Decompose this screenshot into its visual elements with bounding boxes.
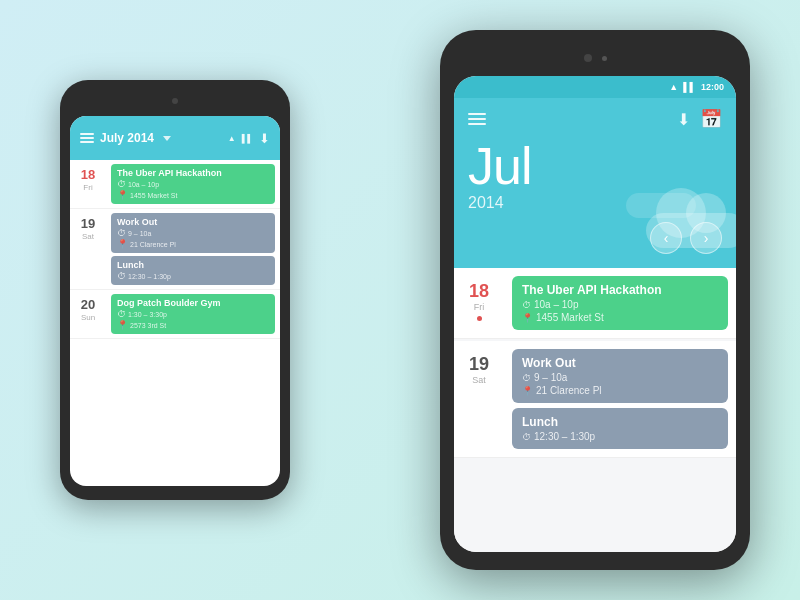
list-item[interactable]: Work Out ⏱ 9 – 10a 📍 21 Clarence Pl (111, 213, 275, 253)
day-number: 19 (469, 355, 489, 373)
day-label-18: 18 Fri (70, 160, 106, 208)
day-name: Fri (474, 302, 485, 312)
day-number: 18 (74, 168, 102, 181)
events-col: The Uber API Hackathon ⏱ 10a – 10p 📍 145… (106, 160, 280, 208)
clock-icon: ⏱ (117, 179, 126, 189)
list-item[interactable]: The Uber API Hackathon ⏱ 10a – 10p 📍 145… (111, 164, 275, 204)
event-title: Dog Patch Boulder Gym (117, 298, 269, 308)
hamburger-icon[interactable] (468, 113, 486, 125)
small-calendar-content: 18 Fri The Uber API Hackathon ⏱ 10a – 10… (70, 160, 280, 339)
event-title: Lunch (117, 260, 269, 270)
table-row: 18 Fri The Uber API Hackathon ⏱ 10a – 10… (70, 160, 280, 209)
header-icons-right: ⬇ 📅 (677, 108, 722, 130)
event-time: ⏱ 1:30 – 3:30p (117, 309, 269, 319)
month-name: Jul (468, 140, 722, 192)
small-header: July 2014 ▲ ▌▌ ⬇ (70, 116, 280, 160)
large-camera-dot (584, 54, 592, 62)
event-time: ⏱ 9 – 10a (117, 228, 269, 238)
event-location: 📍 21 Clarence Pl (522, 385, 718, 396)
day-number: 20 (74, 298, 102, 311)
event-title: The Uber API Hackathon (522, 283, 718, 297)
pin-icon: 📍 (522, 313, 533, 323)
clock-icon: ⏱ (522, 300, 531, 310)
download-icon[interactable]: ⬇ (259, 131, 270, 146)
small-header-title: July 2014 (100, 131, 154, 145)
add-calendar-button[interactable]: 📅 (700, 108, 722, 130)
large-phone: ▲ ▌▌ 12:00 ⬇ 📅 Jul 2014 (440, 30, 750, 570)
list-item[interactable]: Lunch ⏱ 12:30 – 1:30p (111, 256, 275, 285)
small-header-left: July 2014 (80, 131, 171, 145)
table-row: 19 Sat Work Out ⏱ 9 – 10a 📍 21 Clarence … (70, 209, 280, 290)
list-item[interactable]: Work Out ⏱ 9 – 10a 📍 21 Clarence Pl (512, 349, 728, 403)
event-time: ⏱ 12:30 – 1:30p (117, 271, 269, 281)
wifi-icon: ▲ (669, 82, 678, 92)
table-row: 19 Sat Work Out ⏱ 9 – 10a 📍 21 Clarence … (454, 341, 736, 458)
list-item[interactable]: The Uber API Hackathon ⏱ 10a – 10p 📍 145… (512, 276, 728, 330)
hamburger-icon[interactable] (80, 133, 94, 143)
signal-icon: ▌▌ (242, 134, 253, 143)
events-col: The Uber API Hackathon ⏱ 10a – 10p 📍 145… (504, 268, 736, 338)
event-location: 📍 2573 3rd St (117, 320, 269, 330)
clock-display: 12:00 (701, 82, 724, 92)
clock-icon: ⏱ (522, 432, 531, 442)
navigation-arrows: ‹ › (650, 222, 722, 254)
large-phone-screen: ▲ ▌▌ 12:00 ⬇ 📅 Jul 2014 (454, 76, 736, 552)
table-row: 18 Fri The Uber API Hackathon ⏱ 10a – 10… (454, 268, 736, 339)
pin-icon: 📍 (117, 320, 128, 330)
wifi-icon: ▲ (228, 134, 236, 143)
day-label-19: 19 Sat (70, 209, 106, 289)
clock-icon: ⏱ (117, 271, 126, 281)
pin-icon: 📍 (117, 239, 128, 249)
large-speaker (602, 56, 607, 61)
events-col: Dog Patch Boulder Gym ⏱ 1:30 – 3:30p 📍 2… (106, 290, 280, 338)
small-phone: July 2014 ▲ ▌▌ ⬇ 18 Fri The Uber API Hac… (60, 80, 290, 500)
day-number: 19 (74, 217, 102, 230)
day-name: Sat (472, 375, 486, 385)
list-item[interactable]: Dog Patch Boulder Gym ⏱ 1:30 – 3:30p 📍 2… (111, 294, 275, 334)
calendar-hero-header: ⬇ 📅 Jul 2014 ‹ › (454, 98, 736, 268)
clock-icon: ⏱ (117, 309, 126, 319)
small-phone-screen: July 2014 ▲ ▌▌ ⬇ 18 Fri The Uber API Hac… (70, 116, 280, 486)
status-bar: ▲ ▌▌ 12:00 (454, 76, 736, 98)
event-time: ⏱ 9 – 10a (522, 372, 718, 383)
header-toolbar: ⬇ 📅 (454, 98, 736, 130)
small-camera-dot (172, 98, 178, 104)
event-time: ⏱ 12:30 – 1:30p (522, 431, 718, 442)
day-name: Sat (74, 232, 102, 241)
event-time: ⏱ 10a – 10p (117, 179, 269, 189)
small-phone-camera-area (70, 90, 280, 112)
pin-icon: 📍 (522, 386, 533, 396)
events-col: Work Out ⏱ 9 – 10a 📍 21 Clarence Pl Lunc… (106, 209, 280, 289)
table-row: 20 Sun Dog Patch Boulder Gym ⏱ 1:30 – 3:… (70, 290, 280, 339)
day-label-20: 20 Sun (70, 290, 106, 338)
day-number: 18 (469, 282, 489, 300)
event-time: ⏱ 10a – 10p (522, 299, 718, 310)
day-name: Sun (74, 313, 102, 322)
event-title: Lunch (522, 415, 718, 429)
day-label-18: 18 Fri (454, 268, 504, 338)
event-location: 📍 21 Clarence Pl (117, 239, 269, 249)
clock-icon: ⏱ (117, 228, 126, 238)
event-location: 📍 1455 Market St (117, 190, 269, 200)
signal-icon: ▌▌ (683, 82, 696, 92)
small-header-right: ▲ ▌▌ ⬇ (228, 131, 270, 146)
event-title: Work Out (117, 217, 269, 227)
event-dot (477, 316, 482, 321)
list-item[interactable]: Lunch ⏱ 12:30 – 1:30p (512, 408, 728, 449)
next-month-button[interactable]: › (690, 222, 722, 254)
dropdown-arrow-icon[interactable] (163, 136, 171, 141)
pin-icon: 📍 (117, 190, 128, 200)
event-location: 📍 1455 Market St (522, 312, 718, 323)
day-label-19: 19 Sat (454, 341, 504, 457)
day-name: Fri (74, 183, 102, 192)
events-col: Work Out ⏱ 9 – 10a 📍 21 Clarence Pl Lunc… (504, 341, 736, 457)
download-button[interactable]: ⬇ (677, 110, 690, 129)
event-title: The Uber API Hackathon (117, 168, 269, 178)
large-phone-camera-area (454, 44, 736, 72)
clock-icon: ⏱ (522, 373, 531, 383)
event-title: Work Out (522, 356, 718, 370)
calendar-list: 18 Fri The Uber API Hackathon ⏱ 10a – 10… (454, 268, 736, 552)
prev-month-button[interactable]: ‹ (650, 222, 682, 254)
cloud-decoration-2 (626, 193, 696, 218)
